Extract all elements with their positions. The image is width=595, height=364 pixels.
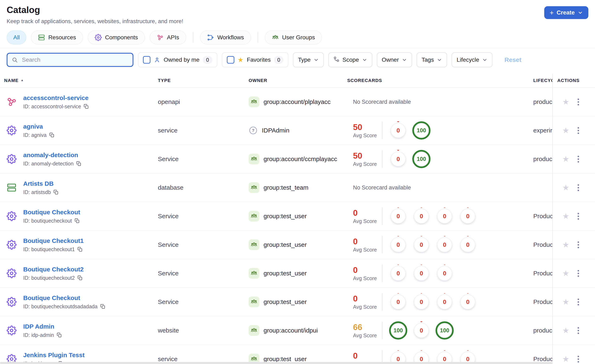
favorites-checkbox[interactable] (227, 56, 234, 63)
entity-name-link[interactable]: Boutique Checkout (23, 294, 106, 301)
scorecard-score-circle[interactable]: 0 (391, 237, 406, 252)
scorecard-score-circle[interactable]: 0 (414, 266, 429, 281)
tab-workflows[interactable]: Workflows (200, 30, 251, 44)
owned-by-me-filter[interactable]: Owned by me 0 (138, 52, 217, 67)
favorite-star-icon[interactable]: ★ (562, 355, 569, 363)
copy-icon[interactable] (77, 275, 83, 280)
chevron-down-icon (437, 57, 442, 63)
catalog-table: NAME▲ TYPE OWNER SCORECARDS LIFECYCLE AC… (0, 74, 595, 364)
lifecycle-cell: Produc (533, 356, 552, 363)
kebab-menu-icon[interactable] (577, 155, 580, 163)
lifecycle-dropdown[interactable]: Lifecycle (452, 52, 492, 67)
tab-user-groups[interactable]: User Groups (265, 30, 322, 44)
lifecycle-cell: produc (533, 155, 552, 162)
entity-name-link[interactable]: Jenkins Plugin Tesst (23, 352, 85, 359)
entity-name-link[interactable]: anomaly-detection (23, 152, 81, 159)
favorite-star-icon[interactable]: ★ (562, 126, 569, 134)
scorecard-score-circle[interactable]: 100 (412, 150, 431, 168)
score-dot-icon (467, 350, 469, 351)
scorecard-score-circle[interactable]: 0 (460, 237, 475, 252)
owned-by-me-checkbox[interactable] (143, 56, 150, 63)
kebab-menu-icon[interactable] (577, 241, 580, 249)
entity-name-link[interactable]: agniva (23, 123, 55, 130)
column-header-type[interactable]: TYPE (152, 78, 249, 83)
scorecard-score-circle[interactable]: 0 (460, 294, 475, 309)
owner-dropdown[interactable]: Owner (377, 52, 412, 67)
column-header-scorecards[interactable]: SCORECARDS (346, 78, 533, 83)
scorecard-score-circle[interactable]: 0 (391, 123, 406, 138)
scorecard-score-circle[interactable]: 0 (414, 294, 429, 309)
entity-name-link[interactable]: Boutique Checkout (23, 209, 80, 216)
scorecard-score-circle[interactable]: 0 (460, 209, 475, 224)
scorecards-cell: 50Avg Score0100 (346, 121, 533, 140)
search-box[interactable] (7, 53, 134, 67)
scorecard-score-circle[interactable]: 0 (437, 294, 452, 309)
create-button[interactable]: + Create (544, 6, 588, 19)
scorecard-score-circle[interactable]: 0 (391, 209, 406, 224)
kebab-menu-icon[interactable] (577, 355, 580, 363)
scorecard-score-circle[interactable]: 0 (414, 237, 429, 252)
favorite-star-icon[interactable]: ★ (562, 155, 569, 163)
kebab-menu-icon[interactable] (577, 298, 580, 306)
tab-components[interactable]: Components (88, 30, 145, 44)
name-cell: Boutique CheckoutID: boutiquecheckoutdsa… (0, 294, 152, 309)
tab-apis[interactable]: APIs (149, 30, 186, 44)
kebab-menu-icon[interactable] (577, 183, 580, 192)
type-cell: service (152, 127, 249, 134)
kebab-menu-icon[interactable] (577, 269, 580, 278)
favorites-filter[interactable]: ★ Favorites 0 (222, 52, 289, 67)
entity-name-link[interactable]: IDP Admin (23, 323, 62, 330)
kebab-menu-icon[interactable] (577, 326, 580, 335)
favorite-star-icon[interactable]: ★ (562, 241, 569, 249)
tab-resources[interactable]: Resources (31, 30, 83, 44)
tags-dropdown[interactable]: Tags (417, 52, 447, 67)
entity-name-link[interactable]: Boutique Checkout1 (23, 237, 84, 244)
copy-icon[interactable] (57, 332, 62, 338)
scorecard-score-circle[interactable]: 100 (389, 321, 407, 340)
owner-name: group:test_user (263, 213, 307, 220)
owned-by-me-count: 0 (203, 56, 212, 64)
scorecard-score-circle[interactable]: 0 (437, 266, 452, 281)
scope-dropdown[interactable]: Scope (328, 52, 372, 67)
column-header-owner[interactable]: OWNER (249, 78, 346, 83)
scorecard-score-circle[interactable]: 0 (437, 237, 452, 252)
scorecard-score-circle[interactable]: 100 (412, 121, 431, 140)
tab-all[interactable]: All (7, 30, 26, 44)
copy-icon[interactable] (100, 304, 106, 309)
copy-icon[interactable] (84, 104, 89, 109)
favorite-star-icon[interactable]: ★ (562, 184, 569, 191)
scorecard-score-circle[interactable]: 0 (437, 209, 452, 224)
favorite-star-icon[interactable]: ★ (562, 212, 569, 220)
scorecard-score-circle[interactable]: 0 (414, 209, 429, 224)
favorite-star-icon[interactable]: ★ (562, 98, 569, 106)
copy-icon[interactable] (49, 132, 55, 138)
entity-id: ID: anomaly-detection (23, 161, 81, 167)
horizontal-scrollbar[interactable] (0, 362, 552, 364)
kebab-menu-icon[interactable] (577, 212, 580, 221)
reset-filters-button[interactable]: Reset (504, 56, 521, 63)
copy-icon[interactable] (77, 247, 83, 252)
score-divider (382, 265, 382, 282)
type-dropdown[interactable]: Type (293, 52, 324, 67)
scorecard-score-circle[interactable]: 100 (435, 321, 454, 340)
kebab-menu-icon[interactable] (577, 98, 580, 106)
scorecard-score-circle[interactable]: 0 (391, 152, 406, 167)
scorecard-score-circle[interactable]: 0 (414, 323, 429, 338)
entity-name-link[interactable]: Artists DB (23, 180, 59, 187)
column-header-name[interactable]: NAME▲ (0, 78, 152, 83)
favorite-star-icon[interactable]: ★ (562, 269, 569, 277)
scorecard-score-circle[interactable]: 0 (391, 294, 406, 309)
entity-name-link[interactable]: Boutique Checkout2 (23, 266, 84, 273)
entity-name-link[interactable]: accesscontrol-service (23, 94, 89, 101)
favorite-star-icon[interactable]: ★ (562, 327, 569, 334)
copy-icon[interactable] (74, 218, 80, 224)
copy-icon[interactable] (76, 161, 81, 166)
type-cell: Service (152, 270, 249, 277)
copy-icon[interactable] (53, 189, 59, 195)
kebab-menu-icon[interactable] (577, 126, 580, 135)
favorite-star-icon[interactable]: ★ (562, 298, 569, 306)
entity-id: ID: boutiquecheckout (23, 218, 80, 224)
column-header-lifecycle[interactable]: LIFECYCLE (533, 78, 552, 83)
search-input[interactable] (21, 56, 128, 63)
scorecard-score-circle[interactable]: 0 (391, 266, 406, 281)
